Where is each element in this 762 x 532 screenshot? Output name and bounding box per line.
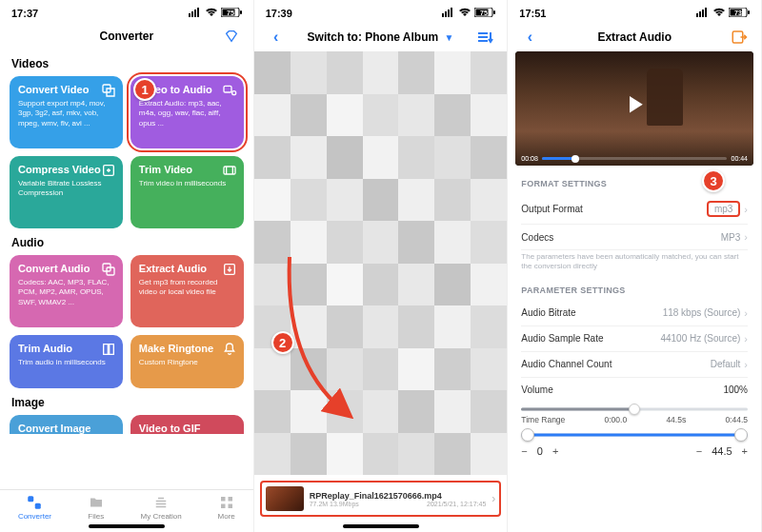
- svg-rect-32: [702, 10, 704, 17]
- svg-rect-25: [451, 8, 452, 17]
- stepper-start[interactable]: − 0 +: [521, 445, 558, 457]
- chevron-right-icon: ›: [744, 231, 748, 243]
- file-size: 77.2M 13.9Mbps: [310, 501, 359, 507]
- row-audio-channel-count[interactable]: Audio Channel Count Default›: [521, 352, 748, 378]
- tab-label: Converter: [18, 512, 51, 521]
- time-range-labels: Time Range 0:00.0 44.5s 0:44.5: [521, 415, 748, 424]
- row-codecs[interactable]: Codecs MP3›: [521, 225, 748, 250]
- card-convert-audio[interactable]: Convert Audio Codecs: AAC, MP3, FLAC, PC…: [10, 255, 123, 327]
- tab-label: More: [218, 512, 235, 521]
- svg-rect-9: [224, 86, 231, 92]
- wifi-icon: [205, 8, 218, 19]
- nav-header: Converter: [0, 23, 253, 49]
- nav-header: ‹ Extract Audio: [508, 23, 761, 51]
- tab-my-creation[interactable]: My Creation: [141, 494, 182, 521]
- file-name: RPReplay_Final1621570666.mp4: [310, 491, 487, 501]
- card-video-to-gif[interactable]: Video to GIF: [130, 415, 244, 434]
- chevron-right-icon: ›: [744, 333, 748, 345]
- card-desc: Support export mp4, mov, 3gp, 3g2, asf, …: [18, 99, 114, 128]
- row-label: Codecs: [521, 232, 553, 243]
- row-value: 100%: [723, 384, 748, 395]
- card-desc: Trim audio in milliseconds: [18, 358, 114, 367]
- video-subject: [647, 69, 683, 126]
- file-date: 2021/5/21, 12:17:45: [427, 501, 486, 507]
- svg-rect-28: [493, 10, 495, 14]
- video-preview[interactable]: 00:08 00:44: [515, 51, 753, 166]
- minus-button[interactable]: −: [521, 445, 527, 457]
- video-file-row[interactable]: RPReplay_Final1621570666.mp4 77.2M 13.9M…: [260, 481, 502, 517]
- svg-rect-12: [224, 167, 235, 174]
- tab-bar: Converter Files My Creation More: [0, 489, 253, 522]
- convert-icon: [101, 262, 116, 277]
- card-title: Extract Audio: [139, 263, 235, 274]
- section-image: Image: [11, 396, 242, 409]
- card-extract-audio[interactable]: Extract Audio Get mp3 from recorded vide…: [130, 255, 244, 327]
- battery-icon: 75: [474, 8, 495, 19]
- tab-more[interactable]: More: [218, 494, 235, 521]
- card-title: Compress Video: [18, 164, 114, 175]
- download-icon: [222, 262, 237, 277]
- screen-extract-audio: 17:51 73 ‹ Extract Audio 00:08 00:44 FOR…: [508, 0, 762, 532]
- status-time: 17:39: [266, 8, 292, 19]
- svg-rect-18: [221, 497, 226, 502]
- card-desc: Trim video in milliseconds: [139, 179, 235, 188]
- tab-label: My Creation: [141, 512, 182, 521]
- stepper-end[interactable]: − 44.5 +: [696, 445, 748, 457]
- back-button[interactable]: ‹: [517, 29, 542, 46]
- card-desc: Extract Audio: mp3, aac, m4a, ogg, wav, …: [139, 99, 235, 128]
- chevron-right-icon: ›: [491, 492, 495, 505]
- plus-button[interactable]: +: [742, 445, 748, 457]
- row-output-format[interactable]: Output Format mp3 ›: [521, 194, 748, 225]
- minus-button[interactable]: −: [696, 445, 702, 457]
- card-make-ringtone[interactable]: Make Ringtone Custom Ringtone: [130, 335, 244, 388]
- card-convert-video[interactable]: Convert Video Support export mp4, mov, 3…: [10, 76, 123, 148]
- tab-converter[interactable]: Converter: [18, 494, 51, 521]
- export-button[interactable]: [727, 29, 752, 46]
- sort-button[interactable]: [472, 30, 497, 44]
- card-trim-video[interactable]: Trim Video Trim video in milliseconds: [130, 156, 244, 228]
- status-icons: 73: [696, 8, 750, 19]
- svg-text:73: 73: [734, 10, 742, 16]
- status-time: 17:37: [11, 8, 38, 19]
- svg-rect-22: [442, 13, 444, 17]
- play-button[interactable]: [620, 90, 649, 121]
- status-bar: 17:51 73: [508, 0, 761, 23]
- stepper-row: − 0 + − 44.5 +: [521, 445, 748, 457]
- video-timeline[interactable]: 00:08 00:44: [521, 155, 748, 162]
- row-value: Default: [711, 359, 741, 369]
- premium-icon[interactable]: [219, 29, 244, 44]
- card-title: Convert Image: [18, 423, 114, 434]
- album-switch[interactable]: Switch to: Phone Album ▼: [289, 30, 473, 44]
- file-meta: RPReplay_Final1621570666.mp4 77.2M 13.9M…: [310, 491, 487, 507]
- video-track[interactable]: [542, 157, 728, 160]
- back-button[interactable]: ‹: [264, 29, 289, 46]
- row-value: 118 kbps (Source): [663, 307, 741, 318]
- chevron-down-icon: ▼: [445, 32, 454, 43]
- row-value: mp3: [707, 201, 740, 217]
- tab-files[interactable]: Files: [88, 494, 105, 521]
- svg-rect-23: [445, 11, 447, 17]
- callout-badge-3: 3: [702, 169, 725, 192]
- svg-rect-19: [228, 497, 232, 502]
- svg-rect-0: [189, 13, 190, 17]
- card-desc: Get mp3 from recorded video or local vid…: [139, 278, 235, 298]
- row-label: Audio Sample Rate: [521, 333, 603, 344]
- time-range-slider[interactable]: [521, 428, 748, 442]
- video-duration: 00:44: [731, 155, 748, 162]
- plus-button[interactable]: +: [552, 445, 558, 457]
- card-trim-audio[interactable]: Trim Audio Trim audio in milliseconds: [10, 335, 123, 388]
- card-title: Convert Audio: [18, 263, 114, 274]
- section-audio: Audio: [11, 236, 242, 249]
- screen-phone-album: 17:39 75 ‹ Switch to: Phone Album ▼: [254, 0, 509, 532]
- compress-icon: [101, 163, 116, 178]
- album-grid[interactable]: [254, 51, 508, 475]
- card-convert-image[interactable]: Convert Image: [10, 415, 123, 434]
- card-compress-video[interactable]: Compress Video Variable Bitrate Lossless…: [10, 156, 123, 228]
- time-range-end: 0:44.5: [725, 415, 748, 424]
- book-icon: [101, 342, 116, 357]
- section-videos: Videos: [11, 57, 242, 70]
- row-audio-bitrate[interactable]: Audio Bitrate 118 kbps (Source)›: [521, 301, 748, 326]
- volume-slider[interactable]: [521, 405, 748, 413]
- row-audio-sample-rate[interactable]: Audio Sample Rate 44100 Hz (Source)›: [521, 326, 748, 352]
- card-title: Convert Video: [18, 84, 114, 95]
